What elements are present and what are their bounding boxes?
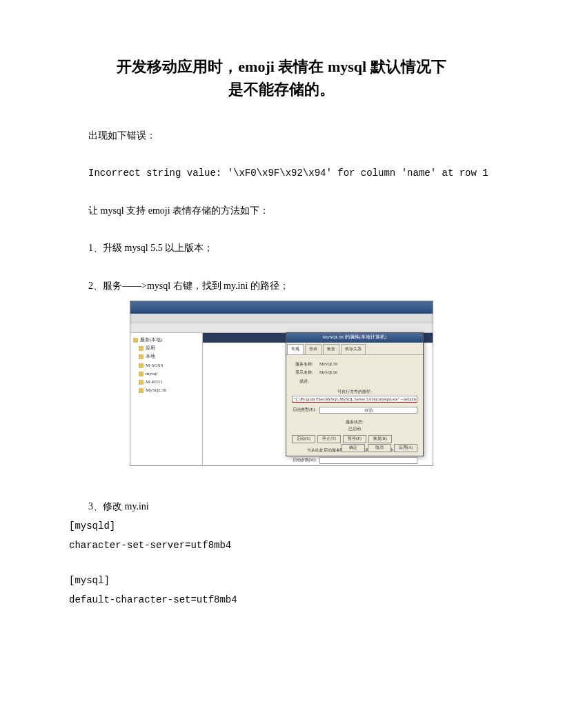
dialog-title: MySQL56 的属性(本地计算机): [286, 333, 423, 343]
btn-cancel: 取消: [368, 444, 391, 452]
config-mysql-section: [mysql]: [69, 573, 494, 588]
btn-stop: 停止(T): [317, 435, 341, 443]
tab-recovery: 恢复: [323, 344, 339, 354]
config-charset-server: character-set-server=utf8mb4: [69, 538, 494, 553]
paragraph-error-message: Incorrect string value: '\xF0\x9F\x92\x9…: [69, 165, 494, 181]
paragraph-error-intro: 出现如下错误：: [69, 128, 494, 143]
btn-apply: 应用(A): [394, 444, 417, 452]
config-mysqld-section: [mysqld]: [69, 518, 494, 534]
tab-logon: 登录: [305, 344, 322, 354]
window-toolbar: [130, 323, 433, 333]
tree-panel: 服务(本地) 应用 本地 M-SOSS mysql M-PDT1 MySQL56: [130, 333, 203, 465]
dialog-tabs: 常规 登录 恢复 依存关系: [286, 343, 423, 355]
btn-start: 启动(S): [292, 435, 315, 443]
btn-ok: 确定: [342, 444, 365, 452]
paragraph-method-intro: 让 mysql 支持 emoji 表情存储的方法如下：: [69, 203, 494, 219]
step-1: 1、升级 mysql 5.5 以上版本；: [69, 241, 494, 256]
screenshot-container: 服务(本地) 应用 本地 M-SOSS mysql M-PDT1 MySQL56…: [69, 301, 494, 472]
window-menubar: [130, 314, 433, 323]
properties-dialog: MySQL56 的属性(本地计算机) 常规 登录 恢复 依存关系 服务名称:My…: [286, 332, 424, 456]
btn-pause: 暂停(P): [343, 435, 366, 443]
services-screenshot: 服务(本地) 应用 本地 M-SOSS mysql M-PDT1 MySQL56…: [130, 301, 433, 466]
step-3: 3、修改 my.ini: [69, 499, 494, 514]
step-2: 2、服务——>mysql 右键，找到 my.ini 的路径；: [69, 279, 494, 294]
path-input: "C:\Program Files\MySQL\MySQL Server 5.6…: [292, 396, 417, 403]
tab-deps: 依存关系: [341, 344, 366, 354]
config-default-charset: default-character-set=utf8mb4: [69, 592, 494, 607]
tab-general: 常规: [287, 344, 304, 354]
document-title: 开发移动应用时，emoji 表情在 mysql 默认情况下 是不能存储的。: [69, 55, 494, 101]
window-titlebar: [130, 301, 433, 314]
btn-resume: 恢复(R): [368, 435, 392, 443]
